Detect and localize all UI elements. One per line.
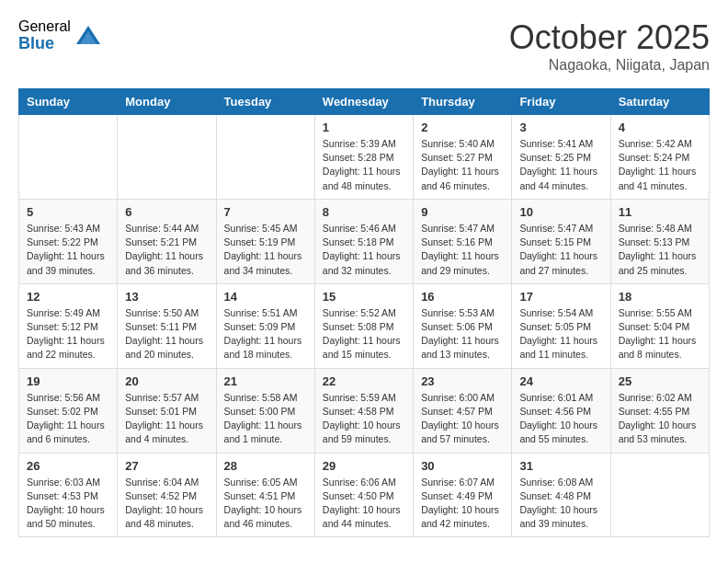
calendar-week-row: 19Sunrise: 5:56 AM Sunset: 5:02 PM Dayli… — [19, 368, 710, 453]
calendar-cell — [118, 115, 216, 200]
day-number: 1 — [323, 121, 405, 134]
weekday-header: Sunday — [19, 89, 118, 115]
calendar-cell — [216, 115, 314, 200]
weekday-header: Saturday — [610, 89, 709, 115]
day-info: Sunrise: 5:58 AM Sunset: 5:00 PM Dayligh… — [224, 391, 307, 447]
day-info: Sunrise: 5:50 AM Sunset: 5:11 PM Dayligh… — [125, 306, 208, 362]
day-info: Sunrise: 5:53 AM Sunset: 5:06 PM Dayligh… — [421, 306, 504, 362]
day-info: Sunrise: 5:59 AM Sunset: 4:58 PM Dayligh… — [323, 391, 405, 447]
day-number: 16 — [421, 290, 504, 304]
day-number: 29 — [323, 459, 405, 473]
calendar-week-row: 12Sunrise: 5:49 AM Sunset: 5:12 PM Dayli… — [19, 283, 710, 368]
day-info: Sunrise: 6:00 AM Sunset: 4:57 PM Dayligh… — [421, 391, 504, 447]
day-info: Sunrise: 5:41 AM Sunset: 5:25 PM Dayligh… — [519, 137, 602, 193]
day-info: Sunrise: 6:07 AM Sunset: 4:49 PM Dayligh… — [421, 476, 504, 532]
calendar-cell: 5Sunrise: 5:43 AM Sunset: 5:22 PM Daylig… — [19, 199, 118, 283]
logo-icon — [74, 22, 102, 50]
day-number: 12 — [27, 290, 109, 304]
day-info: Sunrise: 5:43 AM Sunset: 5:22 PM Dayligh… — [27, 222, 109, 278]
weekday-header: Tuesday — [216, 89, 314, 115]
day-number: 21 — [224, 374, 307, 388]
day-number: 23 — [421, 374, 504, 388]
weekday-header: Thursday — [414, 89, 512, 115]
weekday-header: Wednesday — [314, 89, 413, 115]
day-number: 24 — [519, 374, 602, 388]
calendar-week-row: 26Sunrise: 6:03 AM Sunset: 4:53 PM Dayli… — [19, 453, 710, 537]
logo: General Blue — [18, 18, 102, 52]
calendar-cell: 19Sunrise: 5:56 AM Sunset: 5:02 PM Dayli… — [19, 368, 118, 453]
day-number: 19 — [27, 374, 109, 388]
day-info: Sunrise: 5:55 AM Sunset: 5:04 PM Dayligh… — [619, 306, 701, 362]
calendar-cell: 15Sunrise: 5:52 AM Sunset: 5:08 PM Dayli… — [314, 283, 413, 368]
day-info: Sunrise: 6:08 AM Sunset: 4:48 PM Dayligh… — [519, 476, 602, 532]
day-number: 18 — [619, 290, 701, 304]
calendar-cell: 18Sunrise: 5:55 AM Sunset: 5:04 PM Dayli… — [610, 283, 709, 368]
day-info: Sunrise: 6:01 AM Sunset: 4:56 PM Dayligh… — [519, 391, 602, 447]
day-info: Sunrise: 5:52 AM Sunset: 5:08 PM Dayligh… — [323, 306, 405, 362]
calendar-cell: 8Sunrise: 5:46 AM Sunset: 5:18 PM Daylig… — [314, 199, 413, 283]
day-number: 2 — [421, 121, 504, 134]
calendar-cell: 17Sunrise: 5:54 AM Sunset: 5:05 PM Dayli… — [512, 283, 610, 368]
day-number: 27 — [125, 459, 208, 473]
day-number: 11 — [619, 205, 701, 219]
calendar-cell: 7Sunrise: 5:45 AM Sunset: 5:19 PM Daylig… — [216, 199, 314, 283]
calendar-cell — [19, 115, 118, 200]
day-info: Sunrise: 5:47 AM Sunset: 5:16 PM Dayligh… — [421, 222, 504, 278]
day-info: Sunrise: 6:02 AM Sunset: 4:55 PM Dayligh… — [619, 391, 701, 447]
calendar-cell: 16Sunrise: 5:53 AM Sunset: 5:06 PM Dayli… — [414, 283, 512, 368]
calendar-cell: 31Sunrise: 6:08 AM Sunset: 4:48 PM Dayli… — [512, 453, 610, 537]
calendar-week-row: 5Sunrise: 5:43 AM Sunset: 5:22 PM Daylig… — [19, 199, 710, 283]
calendar-cell: 24Sunrise: 6:01 AM Sunset: 4:56 PM Dayli… — [512, 368, 610, 453]
calendar-cell: 21Sunrise: 5:58 AM Sunset: 5:00 PM Dayli… — [216, 368, 314, 453]
calendar-cell: 11Sunrise: 5:48 AM Sunset: 5:13 PM Dayli… — [610, 199, 709, 283]
weekday-header-row: SundayMondayTuesdayWednesdayThursdayFrid… — [19, 89, 710, 115]
day-number: 22 — [323, 374, 405, 388]
weekday-header: Friday — [512, 89, 610, 115]
calendar-cell: 10Sunrise: 5:47 AM Sunset: 5:15 PM Dayli… — [512, 199, 610, 283]
day-number: 31 — [519, 459, 602, 473]
day-info: Sunrise: 5:51 AM Sunset: 5:09 PM Dayligh… — [224, 306, 307, 362]
calendar-cell: 29Sunrise: 6:06 AM Sunset: 4:50 PM Dayli… — [314, 453, 413, 537]
calendar-cell: 22Sunrise: 5:59 AM Sunset: 4:58 PM Dayli… — [314, 368, 413, 453]
calendar-cell: 14Sunrise: 5:51 AM Sunset: 5:09 PM Dayli… — [216, 283, 314, 368]
calendar-cell: 23Sunrise: 6:00 AM Sunset: 4:57 PM Dayli… — [414, 368, 512, 453]
calendar-cell: 12Sunrise: 5:49 AM Sunset: 5:12 PM Dayli… — [19, 283, 118, 368]
day-info: Sunrise: 6:06 AM Sunset: 4:50 PM Dayligh… — [323, 476, 405, 532]
day-number: 7 — [224, 205, 307, 219]
calendar-cell: 20Sunrise: 5:57 AM Sunset: 5:01 PM Dayli… — [118, 368, 216, 453]
calendar-cell: 1Sunrise: 5:39 AM Sunset: 5:28 PM Daylig… — [314, 115, 413, 200]
weekday-header: Monday — [118, 89, 216, 115]
day-number: 13 — [125, 290, 208, 304]
calendar-week-row: 1Sunrise: 5:39 AM Sunset: 5:28 PM Daylig… — [19, 115, 710, 200]
logo-blue: Blue — [18, 35, 71, 53]
calendar-cell: 13Sunrise: 5:50 AM Sunset: 5:11 PM Dayli… — [118, 283, 216, 368]
day-number: 9 — [421, 205, 504, 219]
calendar-cell: 2Sunrise: 5:40 AM Sunset: 5:27 PM Daylig… — [414, 115, 512, 200]
day-number: 26 — [27, 459, 109, 473]
day-number: 4 — [619, 121, 701, 134]
day-info: Sunrise: 6:04 AM Sunset: 4:52 PM Dayligh… — [125, 476, 208, 532]
calendar-cell — [610, 453, 709, 537]
month-title: October 2025 — [509, 18, 710, 57]
title-block: October 2025 Nagaoka, Niigata, Japan — [509, 18, 710, 74]
day-info: Sunrise: 5:45 AM Sunset: 5:19 PM Dayligh… — [224, 222, 307, 278]
day-info: Sunrise: 5:44 AM Sunset: 5:21 PM Dayligh… — [125, 222, 208, 278]
day-number: 5 — [27, 205, 109, 219]
day-info: Sunrise: 6:05 AM Sunset: 4:51 PM Dayligh… — [224, 476, 307, 532]
calendar-cell: 27Sunrise: 6:04 AM Sunset: 4:52 PM Dayli… — [118, 453, 216, 537]
calendar-cell: 28Sunrise: 6:05 AM Sunset: 4:51 PM Dayli… — [216, 453, 314, 537]
day-number: 17 — [519, 290, 602, 304]
day-info: Sunrise: 5:47 AM Sunset: 5:15 PM Dayligh… — [519, 222, 602, 278]
day-number: 25 — [619, 374, 701, 388]
day-number: 20 — [125, 374, 208, 388]
calendar-cell: 25Sunrise: 6:02 AM Sunset: 4:55 PM Dayli… — [610, 368, 709, 453]
day-number: 6 — [125, 205, 208, 219]
day-number: 28 — [224, 459, 307, 473]
day-info: Sunrise: 6:03 AM Sunset: 4:53 PM Dayligh… — [27, 476, 109, 532]
day-info: Sunrise: 5:57 AM Sunset: 5:01 PM Dayligh… — [125, 391, 208, 447]
page-header: General Blue October 2025 Nagaoka, Niiga… — [18, 18, 710, 74]
day-info: Sunrise: 5:56 AM Sunset: 5:02 PM Dayligh… — [27, 391, 109, 447]
calendar-cell: 3Sunrise: 5:41 AM Sunset: 5:25 PM Daylig… — [512, 115, 610, 200]
calendar-cell: 6Sunrise: 5:44 AM Sunset: 5:21 PM Daylig… — [118, 199, 216, 283]
calendar-cell: 30Sunrise: 6:07 AM Sunset: 4:49 PM Dayli… — [414, 453, 512, 537]
